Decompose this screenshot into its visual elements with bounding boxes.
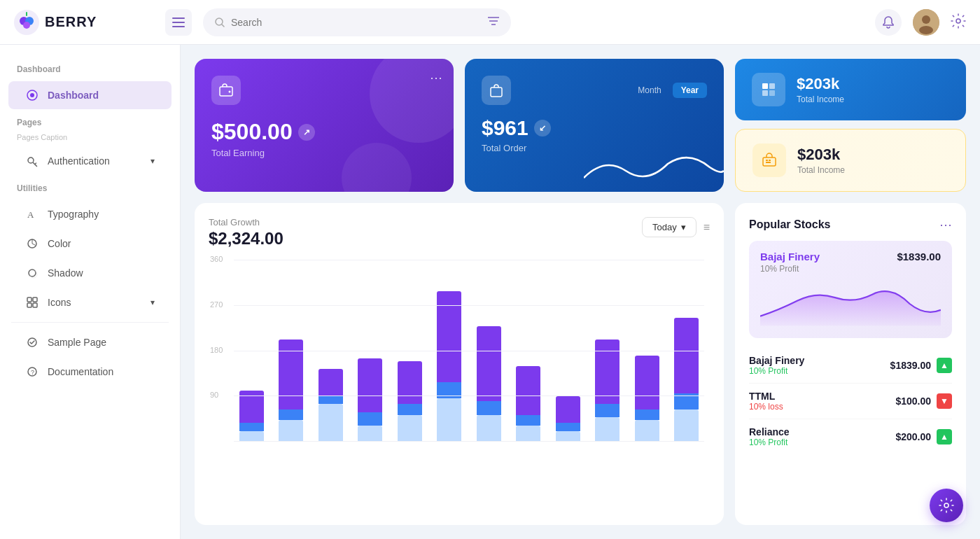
bar-light-5 <box>437 398 461 442</box>
income-blue-label: Total Income <box>797 94 844 104</box>
svg-point-13 <box>919 26 933 34</box>
docs-icon: ? <box>25 365 39 379</box>
filter-button[interactable] <box>487 15 500 29</box>
income-cards: $203k Total Income <box>735 59 966 192</box>
bajaj-trend-icon: ▲ <box>937 358 952 373</box>
sidebar-section-pages: Pages <box>0 112 180 133</box>
order-tabs: Month Year <box>629 83 707 98</box>
bar-blue-1 <box>279 410 303 420</box>
svg-rect-6 <box>172 26 185 27</box>
svg-point-12 <box>922 15 930 24</box>
featured-stock-name: Bajaj Finery <box>760 251 820 262</box>
svg-point-17 <box>28 158 34 163</box>
income-blue-amount: $203k <box>797 75 844 93</box>
income-blue-info: $203k Total Income <box>797 75 844 104</box>
sidebar-item-shadow[interactable]: Shadow <box>8 259 172 287</box>
stock-ttml-sub: 10% loss <box>749 402 783 412</box>
search-input[interactable] <box>231 17 482 28</box>
chart-menu-icon[interactable]: ≡ <box>704 221 710 234</box>
svg-point-40 <box>944 503 948 507</box>
bar-blue-2 <box>318 396 343 405</box>
stocks-more-button[interactable]: ⋯ <box>939 217 952 232</box>
main-content: ⋯ $500.00 ↗ Total Earning <box>181 45 980 539</box>
layout: Dashboard Dashboard Pages Pages Caption … <box>0 45 980 539</box>
bar-light-3 <box>358 426 382 442</box>
card-total-order: Month Year $961 ↙ Total Order <box>465 59 724 192</box>
card-income-blue: $203k Total Income <box>735 59 966 120</box>
bar-purple-2 <box>318 369 343 396</box>
reliance-trend-icon: ▲ <box>937 429 952 444</box>
stock-reliance-info: Reliance 10% Profit <box>749 426 790 447</box>
growth-title: Total Growth <box>209 217 284 227</box>
income-blue-icon <box>752 73 785 106</box>
svg-point-16 <box>30 93 34 97</box>
stock-row-bajaj: Bajaj Finery 10% Profit $1839.00 ▲ <box>749 348 952 384</box>
sidebar-item-icons[interactable]: Icons ▾ <box>8 288 172 316</box>
sidebar-item-color[interactable]: Color <box>8 230 172 258</box>
svg-rect-25 <box>33 303 37 307</box>
typography-icon: A <box>25 207 39 221</box>
sidebar-item-authentication[interactable]: Authentication ▾ <box>8 147 172 175</box>
sidebar-item-typography[interactable]: A Typography <box>8 200 172 228</box>
stock-list: Bajaj Finery 10% Profit $1839.00 ▲ TTML … <box>749 348 952 454</box>
fab-gear-icon <box>939 498 954 513</box>
svg-rect-38 <box>769 160 771 161</box>
bar-blue-4 <box>398 404 422 414</box>
sidebar-item-documentation[interactable]: ? Documentation <box>8 358 172 386</box>
bar-light-10 <box>635 420 659 442</box>
sidebar-label-color: Color <box>48 238 71 249</box>
svg-point-20 <box>29 270 36 276</box>
svg-rect-31 <box>491 88 502 97</box>
bar-light-4 <box>398 415 422 442</box>
growth-chart-card: Total Growth $2,324.00 Today ▾ ≡ <box>195 203 724 525</box>
tab-month[interactable]: Month <box>629 83 669 98</box>
avatar[interactable] <box>913 9 939 36</box>
stock-reliance-sub: 10% Profit <box>749 438 790 447</box>
bar-group-0 <box>234 260 270 442</box>
sidebar-divider <box>11 322 169 323</box>
bar-blue-10 <box>635 410 659 420</box>
svg-rect-39 <box>766 162 771 163</box>
today-filter-button[interactable]: Today ▾ <box>642 217 696 237</box>
svg-rect-32 <box>762 83 768 89</box>
logo: BERRY <box>14 10 154 35</box>
sidebar-item-dashboard[interactable]: Dashboard <box>8 81 172 109</box>
bar-group-2 <box>313 260 349 442</box>
cards-row: ⋯ $500.00 ↗ Total Earning <box>195 59 966 192</box>
card-income-yellow: $203k Total Income <box>735 129 966 192</box>
sidebar: Dashboard Dashboard Pages Pages Caption … <box>0 45 181 539</box>
svg-rect-33 <box>769 83 775 89</box>
svg-point-30 <box>229 91 231 93</box>
card-menu-button[interactable]: ⋯ <box>430 70 442 85</box>
income-yellow-icon <box>752 144 786 177</box>
sidebar-item-sample-page[interactable]: Sample Page <box>8 328 172 356</box>
tab-year[interactable]: Year <box>673 83 707 98</box>
earning-amount: $500.00 ↗ <box>211 119 437 145</box>
settings-button[interactable] <box>951 13 966 31</box>
bar-group-9 <box>590 260 626 442</box>
sidebar-label-icons: Icons <box>48 297 71 308</box>
bar-group-4 <box>392 260 428 442</box>
chevron-down-icon-2: ▾ <box>150 298 155 307</box>
bar-purple-11 <box>674 318 699 393</box>
bar-blue-7 <box>516 415 540 426</box>
svg-rect-4 <box>172 18 185 19</box>
topbar-right <box>875 9 966 36</box>
bar-light-2 <box>318 404 343 442</box>
sidebar-label-shadow: Shadow <box>48 267 83 279</box>
sidebar-section-utilities: Utilities <box>0 178 180 199</box>
chart-area: 360 270 180 90 <box>209 260 710 456</box>
bar-light-11 <box>674 410 699 442</box>
notification-button[interactable] <box>875 9 902 36</box>
stock-reliance-price: $200.00 <box>895 431 931 442</box>
stock-bajaj-info: Bajaj Finery 10% Profit <box>749 355 804 376</box>
card-total-earning: ⋯ $500.00 ↗ Total Earning <box>195 59 454 192</box>
order-icon-box <box>482 76 511 105</box>
growth-amount: $2,324.00 <box>209 229 284 248</box>
stock-row-ttml: TTML 10% loss $100.00 ▼ <box>749 384 952 419</box>
sidebar-section-dashboard: Dashboard <box>0 59 180 80</box>
hamburger-button[interactable] <box>165 9 192 36</box>
bar-blue-6 <box>477 401 501 414</box>
stock-ttml-price: $100.00 <box>895 396 931 407</box>
fab-settings-button[interactable] <box>930 489 963 522</box>
